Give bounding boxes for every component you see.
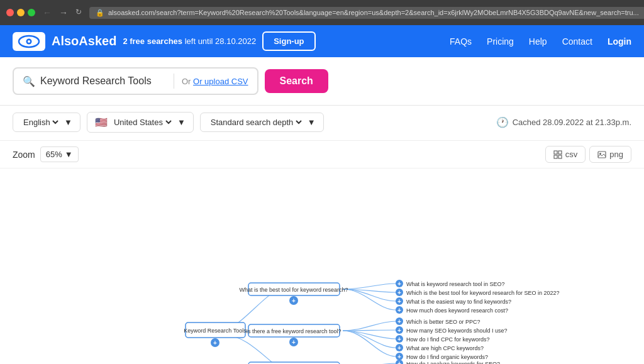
window-controls bbox=[6, 9, 35, 16]
clock-icon: 🕐 bbox=[496, 116, 509, 128]
export-grid-button[interactable]: csv bbox=[545, 146, 586, 163]
svg-text:+: + bbox=[292, 297, 296, 304]
svg-text:+: + bbox=[397, 360, 401, 364]
svg-point-2 bbox=[28, 40, 30, 43]
svg-text:+: + bbox=[397, 327, 401, 334]
browser-chrome: ← → ↻ 🔒 alsoasked.com/search?term=Keywor… bbox=[0, 0, 644, 25]
branch1-label: What is the best tool for keyword resear… bbox=[239, 287, 348, 293]
child13-label: What is the easiest way to find keywords… bbox=[406, 299, 511, 305]
svg-text:+: + bbox=[397, 336, 401, 343]
logo-area: AlsoAsked 2 free searches left until 28.… bbox=[13, 31, 316, 51]
child24-label: What are high CPC keywords? bbox=[406, 345, 484, 351]
svg-text:+: + bbox=[213, 339, 217, 346]
svg-rect-5 bbox=[554, 155, 557, 158]
grid-icon bbox=[553, 150, 562, 159]
url-text: alsoasked.com/search?term=Keyword%20Rese… bbox=[108, 9, 639, 16]
signup-button[interactable]: Sign-up bbox=[262, 31, 315, 51]
svg-text:+: + bbox=[397, 318, 401, 325]
child21-label: Which is better SEO or PPC? bbox=[406, 319, 480, 325]
logo-icon[interactable] bbox=[13, 32, 45, 51]
svg-text:+: + bbox=[397, 353, 401, 360]
chevron-down-icon: ▼ bbox=[64, 118, 72, 127]
child22-label: How many SEO keywords should I use? bbox=[406, 328, 508, 334]
language-filter[interactable]: English ▼ bbox=[13, 113, 80, 132]
svg-text:+: + bbox=[397, 298, 401, 305]
mindmap-svg: Keyword Research Tools + What is the bes… bbox=[0, 168, 644, 364]
child14-label: How much does keyword research cost? bbox=[406, 307, 508, 314]
region-select[interactable]: United States bbox=[111, 117, 174, 128]
search-input[interactable] bbox=[40, 75, 166, 87]
address-bar[interactable]: 🔒 alsoasked.com/search?term=Keyword%20Re… bbox=[89, 7, 644, 19]
child25-label: How do I find organic keywords? bbox=[406, 354, 488, 360]
zoom-label: Zoom bbox=[13, 150, 35, 160]
language-select[interactable]: English bbox=[21, 117, 60, 128]
svg-rect-6 bbox=[558, 155, 562, 158]
logo-text: AlsoAsked bbox=[52, 34, 116, 48]
svg-rect-3 bbox=[554, 151, 557, 154]
image-icon bbox=[597, 150, 606, 159]
branch2-label: Is there a free keyword research tool? bbox=[246, 328, 341, 334]
logo-svg bbox=[18, 35, 40, 48]
depth-filter[interactable]: Standard search depth ▼ bbox=[200, 113, 324, 132]
search-divider bbox=[174, 74, 174, 89]
back-arrow-icon[interactable]: ← bbox=[40, 6, 54, 19]
search-area: 🔍 Or Or upload CSV Search bbox=[0, 57, 644, 106]
svg-text:+: + bbox=[397, 280, 401, 287]
filters-left: English ▼ 🇺🇸 United States ▼ Standard se… bbox=[13, 112, 324, 133]
depth-select[interactable]: Standard search depth bbox=[208, 117, 304, 128]
nav-contact[interactable]: Contact bbox=[562, 36, 592, 47]
mindmap-area: Keyword Research Tools + What is the bes… bbox=[0, 168, 644, 364]
svg-text:+: + bbox=[397, 345, 401, 351]
export-png-label: png bbox=[609, 150, 623, 159]
browser-nav: ← → ↻ bbox=[40, 6, 84, 19]
child11-label: What is keyword research tool in SEO? bbox=[406, 281, 505, 287]
header-nav: FAQs Pricing Help Contact Login bbox=[450, 36, 631, 47]
forward-arrow-icon[interactable]: → bbox=[57, 6, 70, 19]
search-bar: 🔍 Or Or upload CSV bbox=[13, 67, 258, 95]
region-filter[interactable]: 🇺🇸 United States ▼ bbox=[87, 112, 194, 133]
cached-text: Cached 28.09.2022 at 21.33p.m. bbox=[513, 118, 631, 127]
nav-help[interactable]: Help bbox=[529, 36, 547, 47]
chevron-down-icon-zoom: ▼ bbox=[65, 150, 73, 159]
export-buttons: csv png bbox=[545, 146, 631, 163]
chevron-down-icon-region: ▼ bbox=[177, 118, 186, 127]
search-icon: 🔍 bbox=[23, 75, 35, 87]
nav-pricing[interactable]: Pricing bbox=[487, 36, 514, 47]
filters-area: English ▼ 🇺🇸 United States ▼ Standard se… bbox=[0, 106, 644, 141]
nav-faqs[interactable]: FAQs bbox=[450, 36, 472, 47]
chevron-down-icon-depth: ▼ bbox=[308, 118, 316, 127]
lock-icon: 🔒 bbox=[96, 9, 104, 17]
cached-info: 🕐 Cached 28.09.2022 at 21.33p.m. bbox=[496, 116, 631, 128]
zoom-value: 65% bbox=[46, 150, 62, 159]
child23-label: How do I find CPC for keywords? bbox=[406, 336, 490, 343]
zoom-control: Zoom 65% ▼ bbox=[13, 146, 79, 162]
app-header: AlsoAsked 2 free searches left until 28.… bbox=[0, 25, 644, 57]
child31-label: How do I analyze keywords for SEO? bbox=[406, 361, 500, 364]
svg-text:+: + bbox=[397, 307, 401, 314]
svg-text:+: + bbox=[292, 339, 296, 346]
root-label: Keyword Research Tools bbox=[184, 328, 247, 334]
close-btn[interactable] bbox=[6, 9, 14, 16]
minimize-btn[interactable] bbox=[17, 9, 25, 16]
export-csv-label: csv bbox=[565, 150, 578, 159]
upload-csv-link[interactable]: Or Or upload CSV bbox=[182, 77, 248, 86]
svg-rect-4 bbox=[558, 151, 562, 154]
free-searches-badge: 2 free searches left until 28.10.2022 bbox=[123, 36, 256, 46]
svg-text:+: + bbox=[397, 289, 401, 296]
search-button[interactable]: Search bbox=[265, 69, 328, 93]
refresh-icon[interactable]: ↻ bbox=[73, 6, 84, 19]
login-button[interactable]: Login bbox=[608, 36, 631, 47]
toolbar: Zoom 65% ▼ csv png bbox=[0, 141, 644, 168]
zoom-select[interactable]: 65% ▼ bbox=[40, 146, 79, 162]
maximize-btn[interactable] bbox=[28, 9, 35, 16]
export-png-button[interactable]: png bbox=[589, 146, 631, 163]
child12-label: Which is the best tool for keyword resea… bbox=[406, 290, 560, 296]
us-flag-icon: 🇺🇸 bbox=[95, 116, 108, 128]
